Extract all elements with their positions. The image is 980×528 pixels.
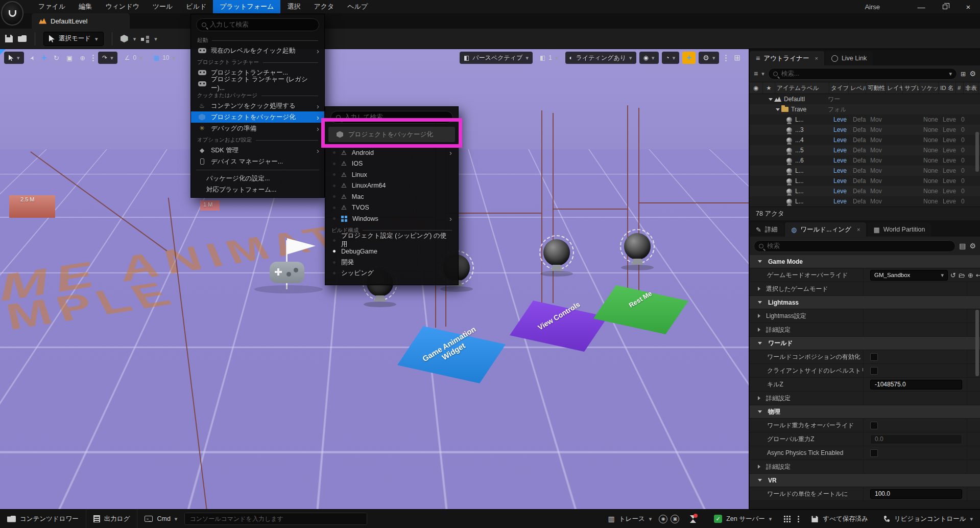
col-type[interactable]: タイプ — [829, 82, 849, 94]
expand-icon[interactable] — [758, 314, 760, 318]
reset-icon[interactable]: ↩ — [976, 271, 980, 279]
outliner-row-camera[interactable]: ...3LeveDefaMovNoneLeve0 — [750, 125, 980, 135]
col-num[interactable]: # — [956, 82, 964, 94]
outliner-search-input[interactable]: 検索... — [768, 68, 957, 80]
outliner-row-camera[interactable]: ...5LeveDefaMovNoneLeve0 — [750, 145, 980, 155]
submenu-item-package-project-disabled[interactable]: プロジェクトをパッケージ化 — [328, 127, 455, 142]
global-gravity-input[interactable]: 0.0 — [870, 434, 962, 444]
visualize-dropdown[interactable] — [662, 52, 680, 64]
submenu-item-mac[interactable]: Mac — [325, 191, 458, 202]
col-sublevel[interactable]: サブレ — [903, 82, 919, 94]
use-asset-icon[interactable]: ↺ — [950, 271, 956, 279]
editor-mode-dropdown[interactable]: 選択モード — [43, 32, 104, 46]
expand-icon[interactable] — [769, 98, 773, 101]
world-to-meters-input[interactable]: 100.0 — [870, 489, 962, 499]
outliner-row-camera[interactable]: ...4LeveDefaMovNoneLeve0 — [750, 135, 980, 145]
menu-item-device-manager[interactable]: デバイス マネージャー... — [191, 156, 324, 167]
details-scrollbar[interactable] — [975, 310, 979, 376]
outliner-row-camera[interactable]: L...LeveDefaMovNoneLeve0 — [750, 114, 980, 125]
submenu-item-ios[interactable]: IOS — [325, 158, 458, 170]
col-item-label[interactable]: アイテムラベル — [775, 82, 829, 94]
angle-snap-dropdown[interactable]: 0 — [121, 52, 147, 64]
menu-item-supported-platforms[interactable]: 対応プラットフォーム... — [191, 184, 324, 195]
tab-world-partition[interactable]: ▦ World Partition — [867, 222, 931, 237]
menu-select[interactable]: 選択 — [280, 0, 307, 13]
section-vr[interactable]: VR — [750, 474, 980, 487]
menu-edit[interactable]: 編集 — [72, 0, 99, 13]
browse-asset-icon[interactable]: 🗁 — [959, 271, 965, 279]
transform-highlight-button[interactable] — [682, 52, 696, 64]
submenu-item-android[interactable]: Android — [325, 147, 458, 158]
col-hidden[interactable]: 非表 — [964, 82, 979, 94]
menu-item-prepare-debug[interactable]: デバッグの準備 — [191, 123, 324, 134]
chevron-down-icon[interactable] — [133, 35, 136, 42]
row-advanced-world[interactable]: 詳細設定 — [750, 392, 980, 405]
submenu-item-config-project-settings[interactable]: プロジェクト設定 (シッピング) の使用 — [325, 235, 458, 246]
view-mode-dropdown[interactable]: ライティングあり — [565, 52, 636, 64]
details-search-input[interactable]: 検索 — [754, 240, 955, 252]
surface-snap-dropdown[interactable] — [98, 52, 117, 64]
close-button[interactable]: × — [957, 0, 980, 13]
filter-icon[interactable] — [754, 70, 758, 78]
submenu-item-linux[interactable]: Linux — [325, 169, 458, 180]
killz-input[interactable]: -1048575.0 — [870, 380, 962, 389]
minimize-button[interactable]: — — [910, 0, 933, 13]
menu-actor[interactable]: アクタ — [307, 0, 341, 13]
section-world[interactable]: ワールド — [750, 337, 980, 350]
revision-control-dropdown[interactable]: リビジョンコントロール — [876, 515, 980, 523]
record-icon[interactable]: ◉ — [659, 515, 667, 523]
sphere-actor[interactable] — [543, 239, 570, 266]
trace-dropdown[interactable]: トレース — [601, 515, 659, 523]
tab-world-settings[interactable]: ◍ ワールド...ィング × — [785, 222, 866, 237]
eye-icon[interactable] — [753, 84, 758, 91]
cmd-dropdown[interactable]: >_ Cmd — [137, 510, 184, 528]
col-mobility[interactable]: 可動性 — [866, 82, 886, 94]
section-physics[interactable]: 物理 — [750, 405, 980, 419]
menu-item-cook-content[interactable]: コンテンツをクック処理する — [191, 100, 324, 111]
gear-icon[interactable] — [969, 70, 976, 78]
snapshot-icon[interactable]: ▣ — [671, 515, 679, 523]
add-folder-icon[interactable] — [961, 70, 966, 78]
submenu-item-config-shipping[interactable]: シッピング — [325, 268, 458, 279]
row-type-link[interactable]: Leve — [833, 167, 847, 174]
expand-icon[interactable] — [758, 287, 760, 291]
select-tool-icon[interactable] — [27, 52, 38, 64]
expand-icon[interactable] — [758, 465, 760, 469]
menu-item-sdk-manage[interactable]: SDK 管理 — [191, 145, 324, 156]
menu-item-packaging-settings[interactable]: パッケージ化の設定... — [191, 173, 324, 184]
submenu-item-tvos[interactable]: TVOS — [325, 202, 458, 214]
scale-tool-icon[interactable] — [63, 52, 76, 64]
outliner-scrollbar[interactable] — [975, 132, 979, 172]
restore-button[interactable] — [933, 0, 957, 13]
expand-icon[interactable] — [758, 396, 760, 400]
col-layer[interactable]: レイヤ — [886, 82, 903, 94]
display-mode-icon[interactable] — [959, 242, 966, 250]
col-socket[interactable]: ソケット — [919, 82, 939, 94]
row-type-link[interactable]: Leve — [833, 177, 847, 185]
submenu-item-linuxarm64[interactable]: LinuxArm64 — [325, 180, 458, 192]
close-icon[interactable]: × — [815, 55, 818, 61]
quad-view-icon[interactable] — [731, 52, 744, 64]
menu-tools[interactable]: ツール — [146, 0, 180, 13]
viewport-settings-dropdown[interactable] — [699, 52, 719, 64]
menu-platforms[interactable]: プラットフォーム — [213, 0, 280, 13]
platform-game-animation-widget[interactable]: Game Animation Widget — [397, 326, 506, 383]
outliner-row-camera[interactable]: L...LeveDefaMovNoneLeve0 — [750, 166, 980, 176]
row-type-link[interactable]: Leve — [833, 116, 847, 123]
outliner-row-camera[interactable]: L...LeveDefaMovNoneLeve0 — [750, 196, 980, 206]
col-level[interactable]: レベル — [849, 82, 866, 94]
output-log-button[interactable]: 出力ログ — [86, 510, 137, 528]
submenu-item-config-development[interactable]: 開発 — [325, 257, 458, 268]
menu-search-input[interactable]: 入力して検索 — [330, 111, 453, 124]
submenu-item-windows[interactable]: Windows — [325, 213, 458, 224]
outliner-row-world[interactable]: DefaultI ワー — [750, 94, 980, 104]
viewport-more-icon[interactable] — [725, 55, 727, 56]
gamemode-combo[interactable]: GM_Sandbox — [870, 270, 948, 281]
section-game-mode[interactable]: Game Mode — [750, 255, 980, 268]
chevron-down-icon[interactable] — [154, 35, 157, 42]
cursor-mode-dropdown[interactable] — [4, 52, 24, 64]
gravity-override-checkbox[interactable] — [870, 422, 878, 429]
content-drawer-button[interactable]: コンテンツドロワー — [0, 510, 86, 528]
row-selected-gamemode[interactable]: 選択したゲームモード — [750, 282, 980, 296]
screen-percentage-dropdown[interactable]: 1 — [536, 52, 562, 64]
